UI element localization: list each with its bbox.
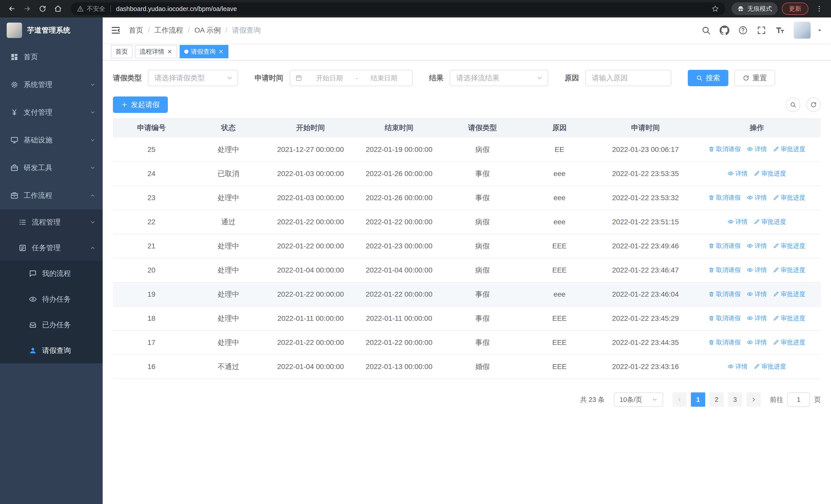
- tab-label: 流程详情: [140, 48, 164, 56]
- font-size-icon[interactable]: [775, 25, 785, 35]
- avatar[interactable]: [794, 22, 811, 39]
- toggle-search-button[interactable]: [786, 97, 800, 112]
- tab-close-icon[interactable]: [218, 49, 224, 54]
- tab-close-icon[interactable]: [167, 49, 172, 54]
- progress-link[interactable]: 审批进度: [754, 217, 786, 226]
- result-select[interactable]: [450, 70, 548, 86]
- update-button[interactable]: 更新: [782, 3, 808, 15]
- column-header: 申请时间: [598, 118, 693, 138]
- page-button[interactable]: 2: [709, 392, 724, 407]
- progress-link[interactable]: 审批进度: [773, 290, 805, 298]
- tab-item[interactable]: 首页: [111, 45, 133, 58]
- progress-link[interactable]: 审批进度: [754, 362, 786, 370]
- page-button[interactable]: 3: [728, 392, 742, 407]
- user-icon: [29, 347, 37, 355]
- chevron-down-icon: [90, 110, 95, 115]
- cancel-leave-link[interactable]: 取消请假: [708, 242, 741, 250]
- leave-type-value[interactable]: [148, 70, 238, 86]
- forward-icon[interactable]: [21, 2, 34, 16]
- leave-type-select[interactable]: [148, 70, 238, 86]
- sidebar-item[interactable]: 待办任务: [0, 287, 103, 312]
- cell-status: 处理中: [190, 330, 267, 355]
- progress-link[interactable]: 审批进度: [773, 314, 805, 322]
- pen-icon: [773, 315, 779, 321]
- sidebar-item[interactable]: 请假查询: [0, 338, 103, 363]
- detail-link[interactable]: 详情: [747, 338, 767, 347]
- tab-item[interactable]: 流程详情: [135, 45, 177, 58]
- browser-home-icon[interactable]: [51, 2, 65, 16]
- cell-leave-type: 事假: [444, 330, 521, 355]
- detail-link[interactable]: 详情: [747, 266, 767, 274]
- detail-link[interactable]: 详情: [747, 290, 767, 298]
- github-icon[interactable]: [720, 25, 729, 35]
- cancel-leave-link[interactable]: 取消请假: [708, 266, 741, 274]
- column-header: 原因: [521, 118, 598, 138]
- detail-link[interactable]: 详情: [727, 169, 748, 178]
- sidebar-item[interactable]: 系统管理: [0, 71, 103, 98]
- detail-link[interactable]: 详情: [727, 362, 748, 370]
- cell-status: 处理中: [190, 282, 267, 306]
- search-icon[interactable]: [701, 25, 711, 35]
- caret-down-icon[interactable]: [816, 27, 823, 33]
- cell-reason: eee: [521, 162, 598, 186]
- end-date-input[interactable]: [359, 70, 409, 86]
- chevron-down-icon: [90, 137, 95, 143]
- page-size-select[interactable]: [614, 392, 663, 407]
- create-leave-button[interactable]: 发起请假: [113, 96, 168, 113]
- breadcrumb-item[interactable]: OA 示例: [195, 25, 221, 35]
- progress-link[interactable]: 审批进度: [773, 266, 805, 274]
- browser-menu-icon[interactable]: [812, 2, 826, 16]
- detail-link[interactable]: 详情: [747, 314, 767, 322]
- cancel-leave-link[interactable]: 取消请假: [708, 314, 741, 322]
- sidebar-item[interactable]: 任务管理: [0, 235, 103, 261]
- breadcrumb-item[interactable]: 首页: [129, 25, 143, 35]
- sidebar-fold-icon[interactable]: [111, 25, 121, 35]
- progress-link[interactable]: 审批进度: [773, 242, 805, 250]
- result-value[interactable]: [450, 70, 548, 86]
- page-button[interactable]: 1: [691, 392, 705, 407]
- detail-link[interactable]: 详情: [747, 194, 767, 202]
- sidebar-item[interactable]: 我的流程: [0, 261, 103, 287]
- fullscreen-icon[interactable]: [756, 25, 766, 35]
- bookmark-star-icon[interactable]: [711, 5, 719, 12]
- sidebar-item[interactable]: 流程管理: [0, 209, 103, 235]
- reason-value[interactable]: [586, 70, 671, 86]
- sidebar-item[interactable]: 首页: [0, 43, 103, 71]
- progress-link[interactable]: 审批进度: [754, 169, 786, 178]
- help-icon[interactable]: [738, 25, 748, 35]
- progress-link[interactable]: 审批进度: [773, 338, 805, 347]
- sidebar-item[interactable]: 基础设施: [0, 126, 103, 154]
- url-bar[interactable]: 不安全 dashboard.yudao.iocoder.cn/bpm/oa/le…: [71, 2, 725, 15]
- cancel-leave-link[interactable]: 取消请假: [708, 145, 741, 153]
- cancel-leave-link[interactable]: 取消请假: [708, 338, 741, 347]
- detail-link[interactable]: 详情: [747, 145, 767, 153]
- sidebar-item[interactable]: 研发工具: [0, 154, 103, 182]
- reload-icon[interactable]: [36, 2, 49, 16]
- trash-icon: [708, 291, 715, 297]
- apply-time-range-picker[interactable]: -: [289, 70, 413, 86]
- reason-input[interactable]: [585, 70, 671, 86]
- column-header: 申请编号: [113, 118, 190, 138]
- breadcrumb-item[interactable]: 工作流程: [154, 25, 183, 35]
- progress-link[interactable]: 审批进度: [773, 145, 805, 153]
- prev-page-button[interactable]: [672, 392, 687, 407]
- goto-page-value[interactable]: [788, 393, 809, 406]
- detail-link[interactable]: 详情: [747, 242, 767, 250]
- sidebar-item[interactable]: 支付管理: [0, 98, 103, 126]
- search-button[interactable]: 搜索: [688, 70, 728, 86]
- refresh-table-button[interactable]: [806, 97, 821, 112]
- warning-icon: [77, 5, 84, 12]
- sidebar-item[interactable]: 已办任务: [0, 312, 103, 338]
- detail-link[interactable]: 详情: [727, 217, 748, 226]
- cancel-leave-link[interactable]: 取消请假: [708, 290, 741, 298]
- reset-button[interactable]: 重置: [735, 70, 775, 86]
- tab-item[interactable]: 请假查询: [180, 45, 228, 58]
- next-page-button[interactable]: [746, 392, 761, 407]
- goto-page-input[interactable]: [787, 392, 810, 407]
- progress-link[interactable]: 审批进度: [773, 194, 805, 202]
- cancel-leave-link[interactable]: 取消请假: [708, 194, 741, 202]
- sidebar-item[interactable]: 工作流程: [0, 182, 103, 209]
- table-row: 23处理中2022-01-03 00:00:002022-01-26 00:00…: [113, 186, 821, 210]
- start-date-input[interactable]: [305, 70, 355, 86]
- back-icon[interactable]: [5, 2, 19, 16]
